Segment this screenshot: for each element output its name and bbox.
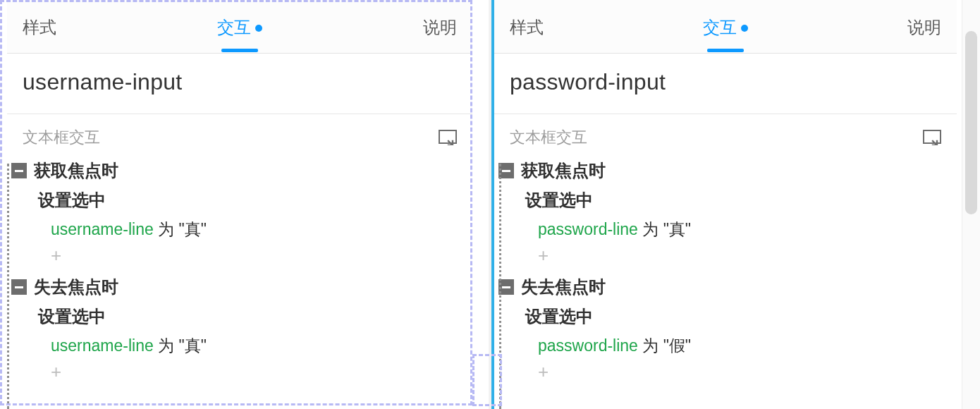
action-target-row[interactable]: username-line 为 "真" (7, 214, 472, 243)
trigger-onfocus[interactable]: 获取焦点时 (7, 155, 472, 186)
tab-interactions-label: 交互 (217, 18, 251, 37)
action-set-selected[interactable]: 设置选中 (7, 186, 472, 214)
action-target-row[interactable]: username-line 为 "真" (7, 331, 472, 360)
section-header: 文本框交互 (7, 114, 472, 155)
tabs: 样式 交互 说明 (7, 0, 472, 54)
section-label: 文本框交互 (510, 127, 587, 148)
trigger-onblur[interactable]: 失去焦点时 (7, 271, 472, 303)
value: "真" (179, 336, 207, 355)
tab-notes[interactable]: 说明 (312, 2, 457, 51)
scrollbar[interactable] (962, 0, 980, 409)
section-label: 文本框交互 (23, 127, 100, 148)
target-widget: username-line (51, 220, 154, 238)
to-word: 为 (642, 336, 659, 355)
widget-name: password-input (510, 69, 941, 95)
target-widget: username-line (51, 336, 154, 355)
widget-name-row[interactable]: password-input (494, 54, 957, 114)
collapse-icon[interactable] (11, 163, 27, 178)
unsaved-dot-icon (255, 25, 262, 32)
unsaved-dot-icon (741, 25, 748, 32)
trigger-label: 获取焦点时 (521, 159, 606, 182)
action-target-row[interactable]: password-line 为 "真" (494, 214, 957, 243)
target-widget: password-line (538, 336, 638, 355)
action-set-selected[interactable]: 设置选中 (494, 186, 957, 214)
trigger-onblur[interactable]: 失去焦点时 (494, 271, 957, 303)
add-action-button[interactable]: + (494, 360, 957, 388)
trigger-label: 失去焦点时 (521, 276, 606, 298)
tabs: 样式 交互 说明 (494, 0, 957, 54)
trigger-label: 失去焦点时 (34, 276, 118, 298)
tab-interactions-label: 交互 (703, 18, 737, 37)
to-word: 为 (158, 336, 174, 355)
value: "真" (663, 220, 691, 238)
inspector-panel-password: 样式 交互 说明 password-input 文本框交互 获取焦点时 设置选中… (491, 0, 957, 409)
tab-style[interactable]: 样式 (510, 2, 654, 51)
popout-icon[interactable] (439, 130, 457, 145)
popout-icon[interactable] (923, 130, 941, 145)
action-set-selected[interactable]: 设置选中 (7, 303, 472, 331)
tab-interactions[interactable]: 交互 (167, 2, 312, 51)
trigger-onfocus[interactable]: 获取焦点时 (494, 155, 957, 186)
add-action-button[interactable]: + (7, 360, 472, 388)
value: "真" (179, 220, 207, 238)
to-word: 为 (158, 220, 174, 238)
widget-name: username-input (23, 69, 457, 95)
tab-style[interactable]: 样式 (23, 2, 167, 51)
inspector-panel-username: 样式 交互 说明 username-input 文本框交互 获取焦点时 设置选中… (7, 0, 472, 409)
target-widget: password-line (538, 220, 638, 238)
section-header: 文本框交互 (494, 114, 957, 155)
widget-name-row[interactable]: username-input (7, 54, 472, 114)
scrollbar-thumb[interactable] (965, 31, 977, 214)
add-action-button[interactable]: + (7, 243, 472, 271)
tab-interactions[interactable]: 交互 (654, 2, 797, 51)
to-word: 为 (642, 220, 659, 238)
add-action-button[interactable]: + (494, 243, 957, 271)
action-set-selected[interactable]: 设置选中 (494, 303, 957, 331)
collapse-icon[interactable] (11, 279, 27, 295)
tab-notes[interactable]: 说明 (797, 2, 941, 51)
action-target-row[interactable]: password-line 为 "假" (494, 331, 957, 360)
trigger-label: 获取焦点时 (34, 159, 118, 182)
value: "假" (663, 336, 691, 355)
